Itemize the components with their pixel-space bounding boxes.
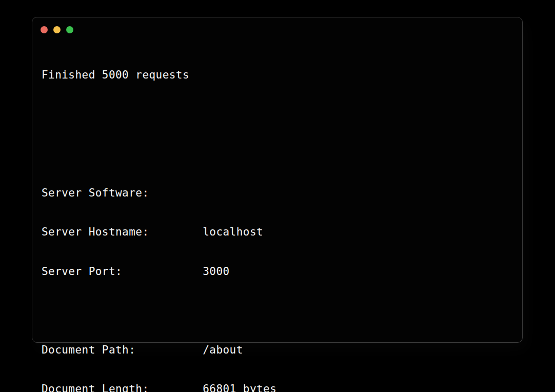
terminal-output[interactable]: Finished 5000 requests Server Software: … [32, 39, 522, 392]
terminal-line: Document Length: 66801 bytes [42, 383, 513, 392]
terminal-line: Finished 5000 requests [42, 69, 513, 82]
terminal-line: Server Hostname: localhost [42, 226, 513, 239]
zoom-button[interactable] [66, 26, 73, 33]
terminal-line [42, 304, 513, 318]
terminal-line [42, 108, 513, 122]
terminal-line: Server Software: [42, 187, 513, 200]
terminal-line: Server Port: 3000 [42, 265, 513, 279]
terminal-window: Finished 5000 requests Server Software: … [32, 17, 523, 343]
close-button[interactable] [41, 26, 48, 33]
terminal-line: Document Path: /about [42, 344, 513, 357]
minimize-button[interactable] [53, 26, 61, 33]
titlebar[interactable] [32, 17, 522, 39]
terminal-line [42, 147, 513, 161]
